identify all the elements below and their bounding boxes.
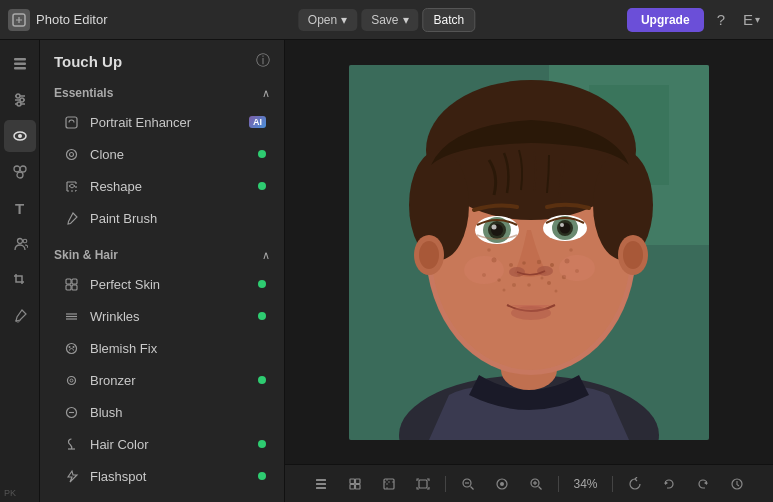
canvas-area: 34% bbox=[285, 40, 773, 502]
wrinkles-icon bbox=[62, 307, 80, 325]
reshape-label: Reshape bbox=[90, 179, 142, 194]
app-title: Photo Editor bbox=[36, 12, 108, 27]
tool-hair-color[interactable]: Hair Color bbox=[44, 428, 280, 460]
bronzer-icon bbox=[62, 371, 80, 389]
section-skin-hair-label: Skin & Hair bbox=[54, 248, 118, 262]
portrait-enhancer-label: Portrait Enhancer bbox=[90, 115, 191, 130]
zoom-out-button[interactable] bbox=[454, 470, 482, 498]
tool-perfect-skin[interactable]: Perfect Skin bbox=[44, 268, 280, 300]
transform-button[interactable] bbox=[409, 470, 437, 498]
save-dropdown-icon: ▾ bbox=[403, 13, 409, 27]
svg-rect-86 bbox=[356, 479, 361, 484]
hair-color-label: Hair Color bbox=[90, 437, 149, 452]
tool-bronzer[interactable]: Bronzer bbox=[44, 364, 280, 396]
svg-point-28 bbox=[68, 346, 70, 348]
svg-point-65 bbox=[550, 263, 554, 267]
perfect-skin-icon bbox=[62, 275, 80, 293]
rail-text[interactable]: T bbox=[4, 192, 36, 224]
svg-rect-17 bbox=[66, 117, 77, 128]
svg-point-5 bbox=[16, 94, 20, 98]
svg-point-16 bbox=[23, 239, 27, 243]
svg-rect-90 bbox=[419, 480, 427, 488]
reshape-icon bbox=[62, 177, 80, 195]
rail-eye[interactable] bbox=[4, 120, 36, 152]
rail-brush[interactable] bbox=[4, 300, 36, 332]
svg-rect-83 bbox=[316, 483, 326, 485]
canvas-workspace bbox=[285, 40, 773, 464]
tool-reshape[interactable]: Reshape bbox=[44, 170, 280, 202]
paint-brush-label: Paint Brush bbox=[90, 211, 157, 226]
zoom-fit-button[interactable] bbox=[488, 470, 516, 498]
perfect-skin-dot bbox=[258, 280, 266, 288]
tool-portrait-enhancer[interactable]: Portrait Enhancer AI bbox=[44, 106, 280, 138]
user-initial: E bbox=[743, 11, 753, 28]
tool-paint-brush[interactable]: Paint Brush bbox=[44, 202, 280, 234]
history-button[interactable] bbox=[723, 470, 751, 498]
crop-bottom-button[interactable] bbox=[375, 470, 403, 498]
section-essentials-header[interactable]: Essentials ∧ bbox=[40, 78, 284, 106]
svg-rect-82 bbox=[316, 487, 326, 489]
paint-brush-icon bbox=[62, 209, 80, 227]
hair-color-dot bbox=[258, 440, 266, 448]
frames-button[interactable] bbox=[341, 470, 369, 498]
flashspot-label: Flashspot bbox=[90, 469, 146, 484]
redo-button[interactable] bbox=[689, 470, 717, 498]
sidebar: Touch Up ⓘ Essentials ∧ Portrait Enhance… bbox=[40, 40, 285, 502]
sidebar-scroll: Essentials ∧ Portrait Enhancer AI Clo bbox=[40, 78, 284, 502]
save-button[interactable]: Save ▾ bbox=[361, 9, 418, 31]
svg-rect-20 bbox=[66, 279, 71, 284]
section-skin-hair-header[interactable]: Skin & Hair ∧ bbox=[40, 240, 284, 268]
bronzer-label: Bronzer bbox=[90, 373, 136, 388]
tool-flashspot[interactable]: Flashspot bbox=[44, 460, 280, 492]
tool-blush[interactable]: Blush bbox=[44, 396, 280, 428]
help-button[interactable]: ? bbox=[712, 9, 730, 30]
svg-point-80 bbox=[464, 256, 504, 284]
svg-rect-89 bbox=[384, 479, 394, 489]
tool-clone[interactable]: Clone bbox=[44, 138, 280, 170]
svg-point-73 bbox=[487, 248, 491, 252]
svg-point-15 bbox=[17, 239, 22, 244]
svg-point-77 bbox=[527, 283, 531, 287]
tool-blemish-fix[interactable]: Blemish Fix bbox=[44, 332, 280, 364]
rail-layers[interactable] bbox=[4, 48, 36, 80]
zoom-level: 34% bbox=[567, 477, 603, 491]
hair-color-icon bbox=[62, 435, 80, 453]
user-button[interactable]: E ▾ bbox=[738, 9, 765, 30]
layers-bottom-button[interactable] bbox=[307, 470, 335, 498]
flashspot-dot bbox=[258, 472, 266, 480]
svg-rect-1 bbox=[14, 67, 26, 70]
svg-point-29 bbox=[72, 346, 74, 348]
reshape-dot bbox=[258, 182, 266, 190]
svg-point-60 bbox=[511, 306, 551, 320]
blush-icon bbox=[62, 403, 80, 421]
svg-point-31 bbox=[70, 379, 73, 382]
blemish-fix-icon bbox=[62, 339, 80, 357]
rotate-button[interactable] bbox=[621, 470, 649, 498]
pk-watermark: PK bbox=[4, 488, 16, 498]
bottom-divider-3 bbox=[612, 476, 613, 492]
undo-button[interactable] bbox=[655, 470, 683, 498]
tool-wrinkles[interactable]: Wrinkles bbox=[44, 300, 280, 332]
svg-rect-2 bbox=[14, 63, 26, 66]
wrinkles-dot bbox=[258, 312, 266, 320]
svg-point-11 bbox=[18, 134, 22, 138]
upgrade-button[interactable]: Upgrade bbox=[627, 8, 704, 32]
portrait-enhancer-ai-badge: AI bbox=[249, 116, 266, 128]
svg-point-13 bbox=[20, 166, 26, 172]
save-label: Save bbox=[371, 13, 398, 27]
rail-people[interactable] bbox=[4, 228, 36, 260]
zoom-in-button[interactable] bbox=[522, 470, 550, 498]
open-button[interactable]: Open ▾ bbox=[298, 9, 357, 31]
rail-crop[interactable] bbox=[4, 264, 36, 296]
rail-effects[interactable] bbox=[4, 156, 36, 188]
app-logo: Photo Editor bbox=[8, 9, 108, 31]
section-skin-hair-chevron: ∧ bbox=[262, 249, 270, 262]
sidebar-header: Touch Up ⓘ bbox=[40, 40, 284, 78]
batch-button[interactable]: Batch bbox=[423, 8, 476, 32]
sidebar-info-icon[interactable]: ⓘ bbox=[256, 52, 270, 70]
svg-point-70 bbox=[547, 281, 551, 285]
svg-point-95 bbox=[500, 482, 504, 486]
bottom-divider-1 bbox=[445, 476, 446, 492]
rail-adjustments[interactable] bbox=[4, 84, 36, 116]
open-label: Open bbox=[308, 13, 337, 27]
